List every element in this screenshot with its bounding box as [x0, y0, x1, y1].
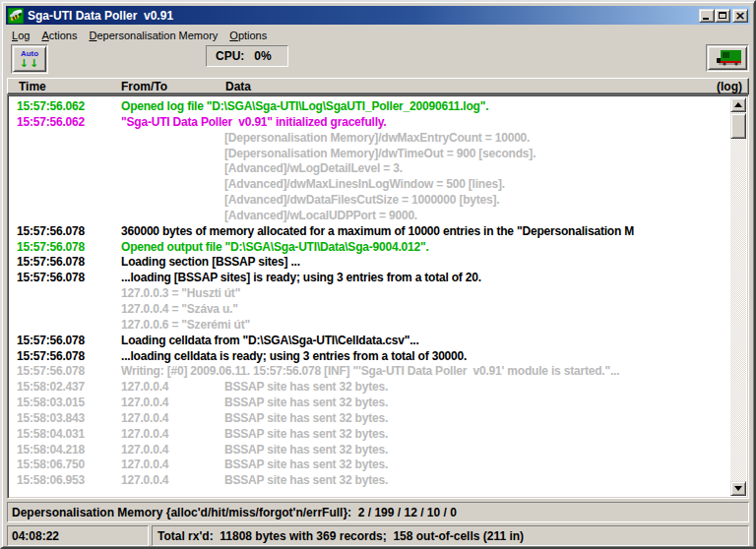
column-from-to: From/To — [121, 80, 167, 93]
log-row: 15:58:06.953 127.0.0.4 BSSAP site has se… — [10, 473, 729, 489]
log-time: 15:57:56.062 — [17, 115, 85, 131]
close-icon: × — [735, 11, 746, 21]
column-log: (log) — [717, 80, 742, 93]
log-data: [Depersonalisation Memory]/dwTimeOut = 9… — [224, 147, 536, 162]
log-from: Loading section [BSSAP sites] ... — [121, 255, 300, 271]
minimize-icon — [703, 18, 709, 20]
log-data: BSSAP site has sent 32 bytes. — [224, 411, 388, 427]
train-icon — [711, 48, 744, 68]
log-rows: 15:57:56.062 Opened log file "D:\SGA\Sga… — [10, 97, 729, 496]
log-time: 15:57:56.078 — [17, 255, 85, 271]
log-data: BSSAP site has sent 32 bytes. — [224, 427, 388, 443]
scroll-down-button[interactable] — [730, 481, 746, 496]
autoscroll-frame: Auto ↓↓ — [11, 44, 48, 74]
log-time: 15:58:02.437 — [17, 380, 85, 396]
log-row: 127.0.0.3 = "Huszti út" — [10, 286, 729, 302]
log-row: 15:57:56.078 Writing: [#0] 2009.06.11. 1… — [10, 364, 729, 380]
log-row: [Depersonalisation Memory]/dwTimeOut = 9… — [10, 147, 729, 162]
column-time: Time — [19, 80, 46, 93]
column-data: Data — [225, 80, 251, 93]
log-from: Writing: [#0] 2009.06.11. 15:57:56.078 [… — [121, 364, 619, 380]
log-column-header: Time From/To Data (log) — [7, 78, 749, 94]
log-time: 15:58:06.750 — [17, 458, 85, 473]
log-from: ...loading celldata is ready; using 3 en… — [121, 349, 467, 365]
log-row: 15:58:03.015 127.0.0.4 BSSAP site has se… — [10, 396, 729, 411]
uptime-text: 04:08:22 — [12, 529, 59, 543]
log-time: 15:57:56.078 — [17, 240, 85, 256]
log-from: 127.0.0.4 — [121, 473, 168, 489]
close-button[interactable]: × — [732, 9, 748, 23]
maximize-icon — [719, 12, 726, 19]
log-time: 15:57:56.078 — [17, 349, 85, 365]
log-data: BSSAP site has sent 32 bytes. — [224, 443, 388, 458]
memory-statusbar: Depersonalisation Memory {alloc'd/hit/mi… — [7, 502, 749, 522]
menubar: Log Actions Depersonalisation Memory Opt… — [6, 27, 750, 43]
log-from: 127.0.0.4 — [121, 380, 168, 396]
log-time: 15:58:03.015 — [17, 396, 85, 411]
log-row: 15:58:04.031 127.0.0.4 BSSAP site has se… — [10, 427, 729, 443]
scrollbar-thumb[interactable] — [730, 113, 746, 139]
uptime-panel: 04:08:22 — [7, 525, 149, 546]
log-data: [Advanced]/dwMaxLinesInLogWindow = 500 [… — [224, 177, 505, 193]
log-row: [Advanced]/wLocalUDPPort = 9000. — [10, 209, 729, 224]
log-time: 15:58:03.843 — [17, 411, 85, 427]
log-row: [Advanced]/dwMaxLinesInLogWindow = 500 [… — [10, 177, 729, 193]
vertical-scrollbar[interactable] — [730, 97, 746, 496]
log-data: BSSAP site has sent 32 bytes. — [224, 380, 388, 396]
cpu-value: 0% — [254, 49, 271, 63]
log-row: 15:57:56.078 ...loading [BSSAP sites] is… — [10, 271, 729, 286]
autoscroll-button[interactable]: Auto ↓↓ — [13, 46, 46, 72]
train-button-frame — [706, 44, 749, 72]
log-from: 127.0.0.4 — [121, 458, 168, 473]
arrow-down-icon — [734, 486, 742, 491]
log-row: 127.0.0.6 = "Szerémi út" — [10, 318, 729, 334]
auto-down-arrows-icon: ↓↓ — [20, 58, 39, 69]
log-time: 15:57:56.078 — [17, 364, 85, 380]
log-row: 15:58:06.750 127.0.0.4 BSSAP site has se… — [10, 458, 729, 473]
log-time: 15:58:04.218 — [17, 443, 85, 458]
log-row: 15:58:03.843 127.0.0.4 BSSAP site has se… — [10, 411, 729, 427]
log-row: 127.0.0.4 = "Száva u." — [10, 302, 729, 318]
log-time: 15:58:04.031 — [17, 427, 85, 443]
statusbar: 04:08:22 Total rx'd: 11808 bytes with 36… — [2, 525, 756, 546]
log-data: BSSAP site has sent 32 bytes. — [224, 458, 388, 473]
menu-options[interactable]: Options — [223, 28, 273, 43]
log-from: 127.0.0.4 — [121, 443, 168, 458]
log-from: 127.0.0.4 — [121, 427, 168, 443]
minimize-button[interactable] — [699, 9, 715, 23]
totals-text: Total rx'd: 11808 bytes with 369 records… — [158, 529, 524, 543]
app-icon — [8, 8, 24, 24]
cpu-label: CPU: — [216, 49, 244, 63]
menu-depersonalisation-memory[interactable]: Depersonalisation Memory — [83, 28, 223, 43]
log-from: Loading celldata from "D:\SGA\Sga-UTI\Ce… — [121, 334, 419, 349]
log-window: 15:57:56.062 Opened log file "D:\SGA\Sga… — [7, 94, 749, 499]
scroll-up-button[interactable] — [730, 97, 746, 112]
log-row: [Advanced]/dwDataFilesCutSize = 1000000 … — [10, 193, 729, 209]
log-data: [Advanced]/wLocalUDPPort = 9000. — [224, 209, 417, 224]
log-row: 15:57:56.078 Loading celldata from "D:\S… — [10, 334, 729, 349]
train-button[interactable] — [708, 46, 747, 70]
toolbar: Auto ↓↓ CPU: 0% — [6, 43, 750, 76]
arrow-up-icon — [734, 102, 742, 107]
log-row: 15:57:56.078 Opened output file "D:\SGA\… — [10, 240, 729, 256]
log-row: [Depersonalisation Memory]/dwMaxEntryCou… — [10, 131, 729, 147]
maximize-button[interactable] — [715, 9, 730, 23]
log-time: 15:57:56.062 — [17, 99, 85, 115]
menu-log[interactable]: Log — [6, 28, 35, 43]
cpu-panel: CPU: 0% — [206, 45, 288, 67]
log-row: 15:57:56.078 Loading section [BSSAP site… — [10, 255, 729, 271]
log-from: "Sga-UTI Data Poller v0.91" initialized … — [121, 115, 387, 131]
titlebar: Sga-UTI Data Poller v0.91 × — [6, 6, 750, 25]
menu-actions[interactable]: Actions — [35, 28, 83, 43]
log-row: 15:57:56.062 Opened log file "D:\SGA\Sga… — [10, 99, 729, 115]
log-data: BSSAP site has sent 32 bytes. — [224, 396, 388, 411]
log-row: 15:58:02.437 127.0.0.4 BSSAP site has se… — [10, 380, 729, 396]
log-row: 15:58:04.218 127.0.0.4 BSSAP site has se… — [10, 443, 729, 458]
app-window: Sga-UTI Data Poller v0.91 × Log Actions … — [0, 0, 756, 549]
log-time: 15:57:56.078 — [17, 271, 85, 286]
log-time: 15:57:56.078 — [17, 224, 85, 240]
log-from: 127.0.0.4 — [121, 396, 168, 411]
log-data: BSSAP site has sent 32 bytes. — [224, 473, 388, 489]
log-from: Opened log file "D:\SGA\Sga-UTI\Log\SgaU… — [121, 99, 488, 115]
log-from: 360000 bytes of memory allocated for a m… — [121, 224, 634, 240]
